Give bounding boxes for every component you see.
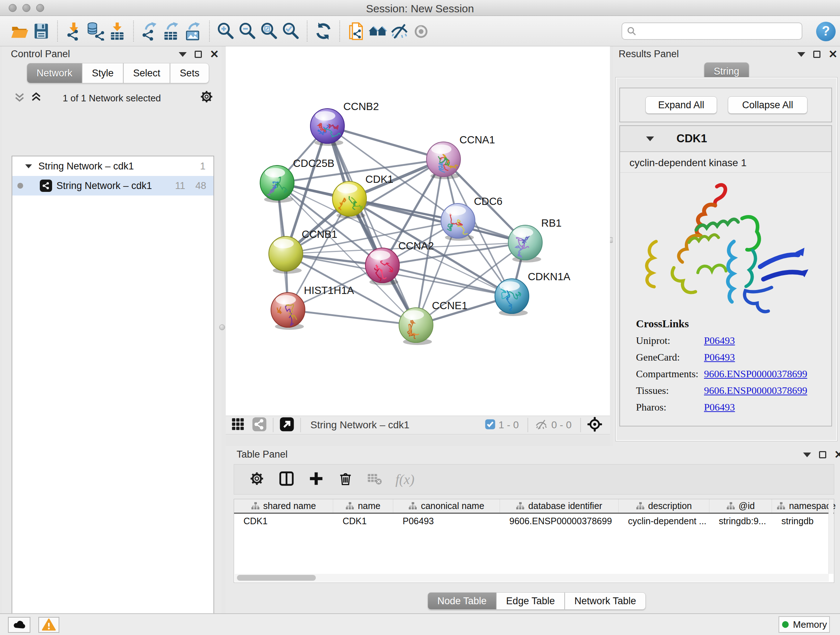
zoom-fit-button[interactable] xyxy=(258,19,280,43)
import-table-button[interactable] xyxy=(106,19,128,43)
panel-float-icon[interactable] xyxy=(813,51,821,58)
add-column-icon[interactable] xyxy=(308,470,325,488)
network-node-HIST1H1A[interactable]: HIST1H1A xyxy=(271,285,354,330)
crosslink-link[interactable]: P06493 xyxy=(704,352,735,363)
table-row[interactable]: CDK1CDK1P064939606.ENSP00000378699cyclin… xyxy=(234,514,834,528)
selected-checkbox-icon[interactable] xyxy=(485,419,496,431)
fit-selected-crosshair-icon[interactable] xyxy=(587,416,603,434)
network-edge[interactable] xyxy=(327,126,444,159)
collapse-all-button[interactable]: Collapse All xyxy=(728,96,807,114)
network-node-CCNA1[interactable]: CCNA1 xyxy=(426,134,495,179)
hide-graphics-button[interactable] xyxy=(388,19,410,43)
delete-column-trash-icon[interactable] xyxy=(338,470,354,488)
horizontal-splitter[interactable] xyxy=(226,435,610,446)
help-icon[interactable]: ? xyxy=(816,22,836,41)
column-header-canonical-name[interactable]: canonical name xyxy=(393,499,500,513)
table-vscrollbar[interactable] xyxy=(829,499,834,574)
new-network-file-button[interactable] xyxy=(345,19,367,43)
expand-all-button[interactable]: Expand All xyxy=(645,96,717,114)
memory-button[interactable]: Memory xyxy=(778,616,830,633)
export-image-button[interactable] xyxy=(182,19,204,43)
left-splitter-handle[interactable] xyxy=(219,325,225,330)
network-view-title: String Network – cdk1 xyxy=(310,419,409,431)
crosslink-link[interactable]: 9606.ENSP00000378699 xyxy=(704,385,807,396)
table-cell[interactable]: 9606.ENSP00000378699 xyxy=(500,514,619,528)
network-node-CDK1[interactable]: CDK1 xyxy=(332,173,393,219)
table-cell[interactable]: stringdb:9... xyxy=(709,514,772,528)
grid-view-icon[interactable] xyxy=(231,417,245,433)
column-header-name[interactable]: name xyxy=(333,499,393,513)
table-settings-gear-icon[interactable] xyxy=(248,470,265,488)
tab-network-table[interactable]: Network Table xyxy=(565,592,646,610)
table-hscrollbar-thumb[interactable] xyxy=(237,575,316,581)
selected-nodes-edges-counter: 1 - 0 xyxy=(499,419,519,431)
network-graph[interactable]: CCNB2CCNA1CDC25BCDK1CDC6RB1CCNB1CCNA2HIS… xyxy=(226,46,610,416)
tab-sets[interactable]: Sets xyxy=(170,63,209,83)
network-node-RB1[interactable]: RB1 xyxy=(508,217,561,263)
network-node-CCNE1[interactable]: CCNE1 xyxy=(399,300,467,345)
hidden-eye-icon[interactable] xyxy=(534,417,548,433)
tab-select[interactable]: Select xyxy=(123,63,170,83)
table-cell[interactable]: CDK1 xyxy=(234,514,333,528)
table-hscrollbar[interactable] xyxy=(235,574,829,582)
zoom-out-button[interactable] xyxy=(237,19,258,43)
warnings-button[interactable] xyxy=(38,617,59,633)
crosslink-link[interactable]: P06493 xyxy=(704,335,735,347)
crosslink-link[interactable]: P06493 xyxy=(704,402,735,413)
column-header-description[interactable]: description xyxy=(619,499,709,513)
panel-float-icon[interactable] xyxy=(819,451,826,458)
export-network-button[interactable] xyxy=(139,19,161,43)
crosslink-row: GeneCard: P06493 xyxy=(636,352,831,363)
show-graphics-button[interactable] xyxy=(410,19,432,43)
network-edge[interactable] xyxy=(288,310,416,325)
open-session-button[interactable] xyxy=(9,19,30,43)
tab-network[interactable]: Network xyxy=(27,63,82,83)
table-cell[interactable]: P06493 xyxy=(393,514,500,528)
refresh-network-button[interactable] xyxy=(313,19,334,43)
gene-expand-icon[interactable] xyxy=(646,136,654,141)
automation-cloud-button[interactable] xyxy=(8,617,30,633)
export-table-button[interactable] xyxy=(161,19,182,43)
toolbar-separator xyxy=(273,418,273,432)
search-field[interactable] xyxy=(622,22,802,40)
crosslink-link[interactable]: 9606.ENSP00000378699 xyxy=(704,368,807,380)
column-sort-icon xyxy=(251,502,260,510)
panel-float-icon[interactable] xyxy=(195,51,202,58)
gene-section-header[interactable]: CDK1 xyxy=(620,126,831,152)
tab-edge-table[interactable]: Edge Table xyxy=(496,592,565,610)
import-database-button[interactable] xyxy=(85,19,106,43)
table-cell[interactable]: CDK1 xyxy=(333,514,393,528)
zoom-in-button[interactable] xyxy=(215,19,237,43)
collection-expand-icon[interactable] xyxy=(25,164,32,168)
network-row-selected[interactable]: String Network – cdk1 11 48 xyxy=(12,176,213,195)
table-panel: Table Panel ✕ xyxy=(226,446,840,613)
column-sort-icon xyxy=(777,502,785,510)
column-header-shared-name[interactable]: shared name xyxy=(234,499,333,513)
search-input[interactable] xyxy=(637,26,797,37)
network-collection-row[interactable]: String Network – cdk1 1 xyxy=(12,157,213,176)
home-networks-button[interactable] xyxy=(367,19,388,43)
panel-close-icon[interactable]: ✕ xyxy=(834,451,840,458)
save-session-button[interactable] xyxy=(30,19,52,43)
panel-collapse-icon[interactable] xyxy=(179,52,187,57)
import-network-button[interactable] xyxy=(63,19,85,43)
panel-close-icon[interactable]: ✕ xyxy=(210,51,219,58)
panel-collapse-icon[interactable] xyxy=(797,52,805,57)
string-network-icon xyxy=(40,180,52,192)
show-columns-icon[interactable] xyxy=(278,470,295,488)
column-header-label: name xyxy=(358,501,381,511)
tab-style[interactable]: Style xyxy=(82,63,123,83)
network-node-CDKN1A[interactable]: CDKN1A xyxy=(495,271,570,316)
birdseye-view-icon[interactable] xyxy=(279,417,294,433)
network-canvas[interactable]: CCNB2CCNA1CDC25BCDK1CDC6RB1CCNB1CCNA2HIS… xyxy=(226,46,610,416)
table-cell[interactable]: cyclin-dependent ... xyxy=(619,514,709,528)
zoom-selected-button[interactable] xyxy=(280,19,302,43)
column-header-@id[interactable]: @id xyxy=(709,499,772,513)
network-share-view-icon[interactable] xyxy=(252,417,267,433)
panel-close-icon[interactable]: ✕ xyxy=(829,51,837,58)
panel-collapse-icon[interactable] xyxy=(803,453,811,457)
collection-label: String Network – cdk1 xyxy=(38,161,200,172)
column-header-database-identifier[interactable]: database identifier xyxy=(500,499,619,513)
tab-node-table[interactable]: Node Table xyxy=(428,592,496,610)
network-options-gear-icon[interactable] xyxy=(199,89,214,106)
